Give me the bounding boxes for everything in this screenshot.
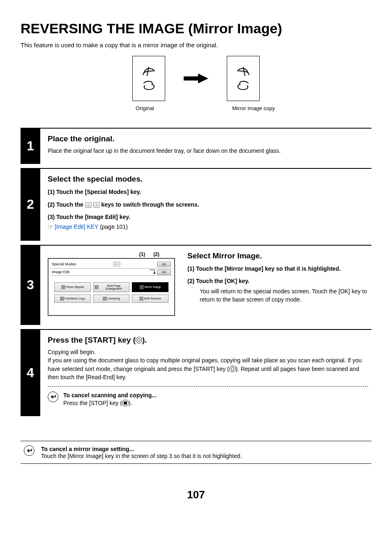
step3-sub2: (2) Touch the [OK] key.	[187, 277, 368, 285]
tile-full-bleed-copy[interactable]: Full Bleed Copy	[54, 295, 91, 303]
page-title: REVERSING THE IMAGE (Mirror Image)	[21, 21, 371, 37]
callout-2: (2)	[153, 251, 159, 257]
centering-icon	[103, 297, 107, 301]
tile-centering-label: Centering	[108, 297, 120, 300]
step-number-1: 1	[21, 128, 40, 164]
callout-1: (1)	[139, 251, 145, 257]
tile-photo-repeat-label: Photo Repeat	[66, 286, 84, 288]
tile-mirror-image[interactable]: Mirror Image	[132, 282, 168, 292]
svg-point-3	[154, 272, 155, 274]
step3-sub1: (1) Touch the [Mirror Image] key so that…	[187, 265, 368, 273]
arrow-icon	[182, 72, 210, 85]
step4-body2: If you are using the document glass to c…	[48, 356, 368, 381]
step-number-4: 4	[21, 329, 40, 416]
down-arrow-key-icon: ↓	[85, 202, 92, 208]
intro-text: This feature is used to make a copy that…	[21, 41, 371, 48]
tile-multipage-label: Multi-Page Enlargement	[99, 284, 129, 290]
step2-item2-suffix: keys to switch through the screens.	[101, 201, 199, 208]
special-modes-icon	[113, 262, 120, 267]
cancel-title: To cancel scanning and copying...	[63, 392, 157, 398]
step-4: 4 Press the [START] key (). Copying will…	[21, 329, 371, 416]
step2-item1: (1) Touch the [Special Modes] key.	[48, 188, 368, 196]
tile-photo-repeat[interactable]: Photo Repeat	[54, 282, 91, 292]
cancel-body-suffix: ).	[129, 400, 132, 406]
ok-button-outer[interactable]: OK	[157, 262, 171, 267]
mirror-illustration	[227, 56, 260, 101]
letter-b-mirrored	[236, 80, 251, 91]
note-title: To cancel a mirror image setting...	[41, 446, 134, 452]
callout-leader-line	[149, 269, 157, 275]
svg-marker-0	[184, 74, 208, 83]
start-key-icon-inline	[229, 366, 236, 372]
step2-reference: ☞ [Image Edit] KEY (page 101)	[48, 223, 368, 232]
step2-item2-prefix: (2) Touch the	[48, 201, 85, 208]
step-2: 2 Select the special modes. (1) Touch th…	[21, 168, 371, 241]
step4-heading-prefix: Press the [START] key (	[48, 336, 136, 344]
image-edit-key-link[interactable]: [Image Edit] KEY	[55, 223, 98, 230]
ok-button-inner[interactable]: OK	[157, 269, 171, 275]
touchscreen-panel: Special Modes OK Image Edit OK Photo Rep…	[48, 258, 175, 316]
step4-body1: Copying will begin.	[48, 348, 368, 356]
svg-rect-1	[113, 262, 120, 266]
up-arrow-key-icon: ↑	[93, 202, 100, 208]
note-return-icon	[24, 445, 35, 456]
step2-heading: Select the special modes.	[48, 175, 368, 184]
stop-key-icon	[122, 400, 129, 406]
tile-centering[interactable]: Centering	[93, 295, 130, 303]
illustration-labels: Original Mirror image copy	[21, 105, 371, 111]
multipage-icon	[95, 285, 99, 289]
step2-item3: (3) Touch the [Image Edit] key.	[48, 213, 368, 221]
start-key-icon	[136, 337, 142, 343]
tile-multi-page-enlargement[interactable]: Multi-Page Enlargement	[93, 282, 130, 292]
note-body: Touch the [Mirror Image] key in the scre…	[41, 453, 242, 459]
tile-bw-reverse[interactable]: B/W Reverse	[132, 295, 168, 303]
footer-note: To cancel a mirror image setting... Touc…	[21, 441, 371, 464]
svg-point-2	[115, 263, 116, 265]
panel-title: Special Modes	[52, 262, 76, 266]
step-number-2: 2	[21, 168, 40, 241]
step4-heading: Press the [START] key ().	[48, 336, 368, 345]
cancel-return-icon	[48, 391, 58, 402]
pointer-icon: ☞	[48, 223, 53, 230]
cancel-note: To cancel scanning and copying... Press …	[48, 386, 368, 407]
full-bleed-icon	[60, 297, 64, 301]
step1-heading: Place the original.	[48, 134, 368, 143]
ref-page: (page 101)	[98, 223, 128, 230]
bw-reverse-icon	[139, 297, 143, 301]
tile-bwreverse-label: B/W Reverse	[144, 297, 161, 300]
photo-repeat-icon	[61, 285, 65, 289]
illustration-row	[21, 56, 371, 101]
tile-fullbleed-label: Full Bleed Copy	[65, 297, 85, 300]
panel-subtitle: Image Edit	[52, 270, 69, 274]
step-number-3: 3	[21, 245, 40, 325]
label-mirror: Mirror image copy	[232, 105, 275, 111]
step4-heading-suffix: ).	[142, 336, 147, 344]
letter-b-script	[141, 80, 156, 91]
step3-heading: Select Mirror Image.	[187, 251, 368, 260]
label-original: Original	[136, 105, 154, 111]
cancel-body: Press the [STOP] key ().	[63, 399, 157, 407]
page-number: 107	[21, 488, 371, 501]
step-3: 3 (1) (2) Special Modes OK Image Edit	[21, 245, 371, 325]
cancel-body-prefix: Press the [STOP] key (	[63, 400, 122, 406]
step3-sub2-desc: You will return to the special modes scr…	[200, 287, 368, 304]
mirror-image-icon	[140, 285, 144, 289]
step-1: 1 Place the original. Place the original…	[21, 128, 371, 164]
letter-a-script	[141, 66, 156, 77]
letter-a-mirrored	[236, 66, 251, 77]
step1-body: Place the original face up in the docume…	[48, 147, 368, 155]
step2-item2: (2) Touch the ↓ ↑ keys to switch through…	[48, 200, 368, 209]
original-illustration	[132, 56, 165, 101]
tile-mirror-label: Mirror Image	[145, 286, 161, 288]
